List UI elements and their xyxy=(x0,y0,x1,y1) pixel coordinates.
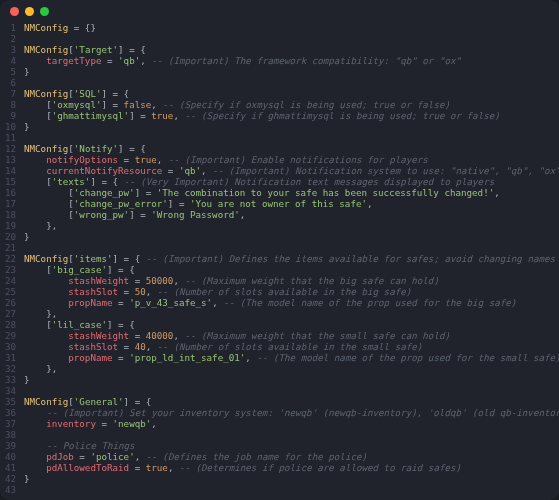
line-number: 41 xyxy=(0,462,16,473)
code-line[interactable]: }, xyxy=(24,363,559,374)
code-line[interactable] xyxy=(24,484,559,495)
code-line[interactable]: -- Police Things xyxy=(24,440,559,451)
code-line[interactable]: inventory = 'newqb', xyxy=(24,418,559,429)
line-number: 6 xyxy=(0,77,16,88)
line-number: 11 xyxy=(0,132,16,143)
code-line[interactable]: -- (Important) Set your inventory system… xyxy=(24,407,559,418)
code-line[interactable]: }, xyxy=(24,220,559,231)
line-number: 18 xyxy=(0,209,16,220)
line-number: 26 xyxy=(0,297,16,308)
code-line[interactable]: } xyxy=(24,473,559,484)
line-number: 27 xyxy=(0,308,16,319)
code-line[interactable]: ['lil_case'] = { xyxy=(24,319,559,330)
code-line[interactable]: NMConfig['Target'] = { xyxy=(24,44,559,55)
line-number: 22 xyxy=(0,253,16,264)
line-number: 39 xyxy=(0,440,16,451)
code-editor[interactable]: 1234567891011121314151617181920212223242… xyxy=(0,22,559,500)
code-line[interactable] xyxy=(24,429,559,440)
line-number: 5 xyxy=(0,66,16,77)
line-number: 14 xyxy=(0,165,16,176)
code-line[interactable] xyxy=(24,242,559,253)
line-number: 25 xyxy=(0,286,16,297)
line-number: 20 xyxy=(0,231,16,242)
line-number: 16 xyxy=(0,187,16,198)
code-line[interactable]: ['change_pw_error'] = 'You are not owner… xyxy=(24,198,559,209)
code-line[interactable]: notifyOptions = true, -- (Important) Ena… xyxy=(24,154,559,165)
code-line[interactable]: } xyxy=(24,121,559,132)
line-number: 13 xyxy=(0,154,16,165)
line-number: 29 xyxy=(0,330,16,341)
code-line[interactable]: pdAllowedToRaid = true, -- (Determines i… xyxy=(24,462,559,473)
code-area[interactable]: NMConfig = {} NMConfig['Target'] = { tar… xyxy=(24,22,559,492)
code-line[interactable]: stashSlot = 40, -- (Number of slots avai… xyxy=(24,341,559,352)
line-number: 33 xyxy=(0,374,16,385)
line-number: 23 xyxy=(0,264,16,275)
line-number: 34 xyxy=(0,385,16,396)
line-number: 24 xyxy=(0,275,16,286)
close-icon[interactable] xyxy=(10,7,19,16)
code-line[interactable] xyxy=(24,33,559,44)
code-line[interactable]: } xyxy=(24,66,559,77)
code-line[interactable]: } xyxy=(24,231,559,242)
code-line[interactable]: NMConfig = {} xyxy=(24,22,559,33)
line-number: 17 xyxy=(0,198,16,209)
line-number: 38 xyxy=(0,429,16,440)
code-line[interactable]: currentNotifyResource = 'qb', -- (Import… xyxy=(24,165,559,176)
code-line[interactable]: ['oxmysql'] = false, -- (Specify if oxmy… xyxy=(24,99,559,110)
code-line[interactable]: NMConfig['Notify'] = { xyxy=(24,143,559,154)
line-number: 37 xyxy=(0,418,16,429)
code-line[interactable] xyxy=(24,77,559,88)
code-line[interactable]: NMConfig['SQL'] = { xyxy=(24,88,559,99)
line-number: 7 xyxy=(0,88,16,99)
code-line[interactable]: stashSlot = 50, -- (Number of slots avai… xyxy=(24,286,559,297)
line-number: 4 xyxy=(0,55,16,66)
line-number: 8 xyxy=(0,99,16,110)
code-line[interactable]: } xyxy=(24,374,559,385)
code-line[interactable]: stashWeight = 40000, -- (Maximum weight … xyxy=(24,330,559,341)
line-number: 42 xyxy=(0,473,16,484)
line-number: 1 xyxy=(0,22,16,33)
line-number: 2 xyxy=(0,33,16,44)
code-line[interactable]: ['wrong_pw'] = 'Wrong Password', xyxy=(24,209,559,220)
code-line[interactable]: ['change_pw'] = 'The combination to your… xyxy=(24,187,559,198)
code-line[interactable]: propName = 'prop_ld_int_safe_01', -- (Th… xyxy=(24,352,559,363)
code-line[interactable]: targetType = 'qb', -- (Important) The fr… xyxy=(24,55,559,66)
line-number: 40 xyxy=(0,451,16,462)
line-number: 19 xyxy=(0,220,16,231)
zoom-icon[interactable] xyxy=(40,7,49,16)
line-number: 35 xyxy=(0,396,16,407)
code-line[interactable]: ['ghmattimysql'] = true, -- (Specify if … xyxy=(24,110,559,121)
code-line[interactable] xyxy=(24,132,559,143)
code-line[interactable]: stashWeight = 50000, -- (Maximum weight … xyxy=(24,275,559,286)
code-line[interactable]: ['texts'] = { -- (Very Important) Notifi… xyxy=(24,176,559,187)
line-number-gutter: 1234567891011121314151617181920212223242… xyxy=(0,22,24,492)
line-number: 21 xyxy=(0,242,16,253)
line-number: 32 xyxy=(0,363,16,374)
code-line[interactable]: pdJob = 'police', -- (Defines the job na… xyxy=(24,451,559,462)
line-number: 12 xyxy=(0,143,16,154)
code-line[interactable]: NMConfig['items'] = { -- (Important) Def… xyxy=(24,253,559,264)
line-number: 36 xyxy=(0,407,16,418)
line-number: 9 xyxy=(0,110,16,121)
editor-window: 1234567891011121314151617181920212223242… xyxy=(0,0,559,500)
line-number: 28 xyxy=(0,319,16,330)
code-line[interactable] xyxy=(24,385,559,396)
line-number: 15 xyxy=(0,176,16,187)
line-number: 31 xyxy=(0,352,16,363)
minimize-icon[interactable] xyxy=(25,7,34,16)
line-number: 3 xyxy=(0,44,16,55)
titlebar xyxy=(0,0,559,22)
line-number: 43 xyxy=(0,484,16,495)
code-line[interactable]: propName = 'p_v_43_safe_s', -- (The mode… xyxy=(24,297,559,308)
line-number: 30 xyxy=(0,341,16,352)
code-line[interactable]: }, xyxy=(24,308,559,319)
line-number: 10 xyxy=(0,121,16,132)
code-line[interactable]: ['big_case'] = { xyxy=(24,264,559,275)
code-line[interactable]: NMConfig['General'] = { xyxy=(24,396,559,407)
